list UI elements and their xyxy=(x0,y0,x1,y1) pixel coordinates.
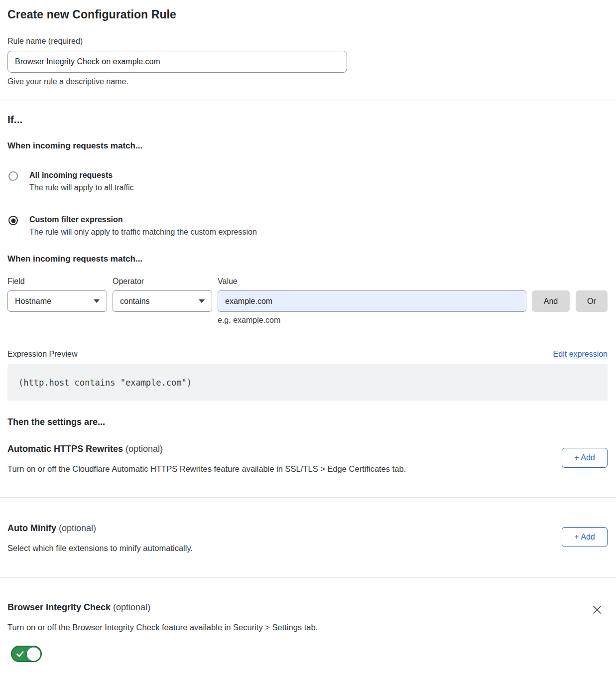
check-icon xyxy=(16,651,24,657)
setting-auto-minify: Auto Minify (optional) Select which file… xyxy=(7,523,608,553)
setting-title: Browser Integrity Check (optional) xyxy=(7,602,318,613)
rule-name-help: Give your rule a descriptive name. xyxy=(7,77,608,86)
optional-tag: (optional) xyxy=(113,602,150,612)
setting-title: Auto Minify (optional) xyxy=(7,523,193,534)
expression-preview-code: (http.host contains "example.com") xyxy=(7,364,608,401)
field-select-value: Hostname xyxy=(15,297,51,306)
setting-title: Automatic HTTPS Rewrites (optional) xyxy=(7,444,406,454)
and-button[interactable]: And xyxy=(532,290,570,312)
close-icon xyxy=(592,604,603,615)
radio-option-label: All incoming requests xyxy=(29,171,134,180)
radio-option-custom-filter-expression[interactable]: Custom filter expression The rule will o… xyxy=(7,215,608,237)
value-label: Value xyxy=(218,277,238,286)
value-input[interactable] xyxy=(218,290,526,312)
section-divider xyxy=(0,100,616,100)
expression-preview-label: Expression Preview xyxy=(7,350,78,359)
remove-setting-button[interactable] xyxy=(592,604,603,615)
setting-browser-integrity-check: Browser Integrity Check (optional) Turn … xyxy=(7,602,608,662)
rule-name-input[interactable] xyxy=(7,51,347,73)
section-divider xyxy=(0,497,616,498)
toggle-knob[interactable] xyxy=(27,647,40,661)
or-button[interactable]: Or xyxy=(576,290,608,312)
setting-description: Select which file extensions to minify a… xyxy=(7,544,193,553)
radio-option-description: The rule will only apply to traffic matc… xyxy=(29,228,257,237)
chevron-down-icon xyxy=(199,299,205,303)
operator-select[interactable]: contains xyxy=(113,290,212,312)
page-title: Create new Configuration Rule xyxy=(7,8,608,21)
expression-builder: When incoming requests match... Field Op… xyxy=(7,254,608,325)
radio-option-description: The rule will apply to all traffic xyxy=(29,183,134,192)
setting-description: Turn on or off the Browser Integrity Che… xyxy=(7,623,318,632)
operator-label: Operator xyxy=(113,277,218,286)
setting-description: Turn on or off the Cloudflare Automatic … xyxy=(7,464,406,474)
browser-integrity-check-toggle[interactable] xyxy=(11,646,42,662)
radio-option-all-incoming-requests[interactable]: All incoming requests The rule will appl… xyxy=(7,171,608,192)
radio-unselected-icon[interactable] xyxy=(8,171,18,181)
match-subheading: When incoming requests match... xyxy=(7,141,608,151)
setting-automatic-https-rewrites: Automatic HTTPS Rewrites (optional) Turn… xyxy=(7,444,608,474)
optional-tag: (optional) xyxy=(59,523,96,533)
value-hint: e.g. example.com xyxy=(218,316,608,325)
field-label: Field xyxy=(7,277,113,286)
radio-selected-icon[interactable] xyxy=(8,216,18,225)
edit-expression-link[interactable]: Edit expression xyxy=(553,350,608,359)
optional-tag: (optional) xyxy=(125,444,163,454)
rule-name-label: Rule name (required) xyxy=(7,37,608,46)
field-select[interactable]: Hostname xyxy=(7,290,107,312)
rule-name-group: Rule name (required) Give your rule a de… xyxy=(7,37,608,86)
section-divider xyxy=(0,577,616,578)
create-configuration-rule-form: Create new Configuration Rule Rule name … xyxy=(0,0,616,662)
add-automatic-https-rewrites-button[interactable]: + Add xyxy=(562,448,608,468)
chevron-down-icon xyxy=(94,299,100,303)
if-heading: If... xyxy=(7,114,608,126)
radio-option-label: Custom filter expression xyxy=(29,215,257,224)
then-settings-heading: Then the settings are... xyxy=(7,417,608,427)
operator-select-value: contains xyxy=(120,297,150,306)
builder-heading: When incoming requests match... xyxy=(7,254,608,264)
add-auto-minify-button[interactable]: + Add xyxy=(562,527,608,547)
